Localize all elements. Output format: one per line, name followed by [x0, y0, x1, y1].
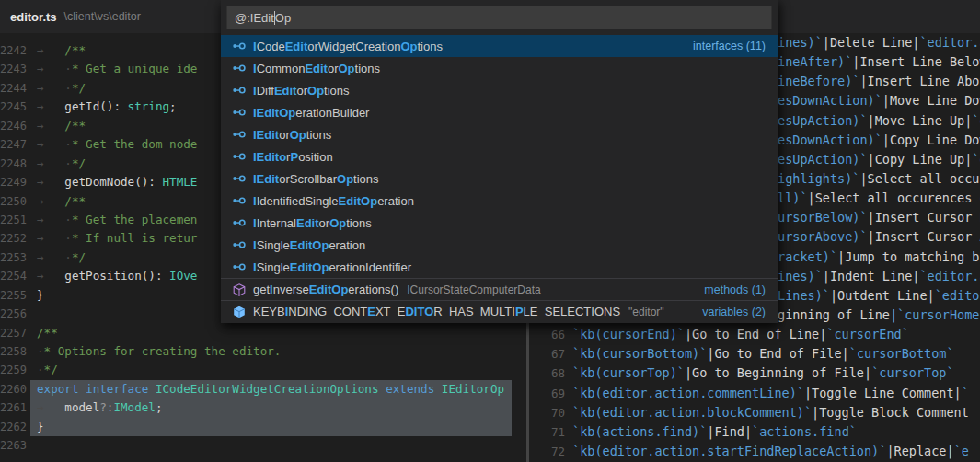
variable-icon	[232, 305, 247, 319]
symbol-label: IEditorOptions	[253, 128, 331, 142]
symbol-description: ICursorStateComputerData	[407, 283, 540, 296]
code-text: `kb(cursorBottom)`|Go to End of File|`cu…	[572, 344, 954, 364]
active-file-path: \client\vs\editor	[64, 10, 141, 23]
code-line[interactable]: 2257/**	[0, 324, 540, 342]
code-text: `kb(actions.find)`|Find|`actions.find`	[572, 422, 857, 442]
interface-icon	[232, 127, 247, 142]
code-text: `kb(cursorEnd)`|Go to End of Line|`curso…	[572, 325, 909, 344]
code-line[interactable]: 2262}	[0, 418, 540, 436]
vscode-window: editor.ts \client\vs\editor 2242→ /**224…	[0, 0, 980, 462]
line-number: 69	[540, 384, 565, 403]
symbol-result-row[interactable]: getInverseEditOperations()ICursorStateCo…	[221, 278, 778, 300]
code-text: → ·*/	[37, 248, 86, 267]
code-text: ·* Options for creating the editor.	[37, 342, 281, 361]
code-line[interactable]: 2258·* Options for creating the editor.	[0, 342, 540, 361]
interface-icon	[232, 149, 247, 164]
code-text: ineAfter)`|Insert Line Below	[778, 52, 980, 72]
code-text: → /**	[37, 41, 86, 60]
code-text: `kb(editor.action.commentLine)`|Toggle L…	[572, 384, 969, 403]
code-text: ginning of Line|`cursorHome`	[778, 306, 980, 325]
symbol-description: "editor"	[628, 306, 664, 318]
code-line[interactable]: 69`kb(editor.action.commentLine)`|Toggle…	[540, 384, 980, 403]
symbol-label: IEditorPosition	[253, 150, 333, 164]
symbol-result-row[interactable]: IInternalEditorOptions	[221, 212, 778, 234]
interface-icon	[232, 237, 247, 252]
line-number: 68	[540, 364, 565, 383]
code-line[interactable]: 71`kb(actions.find)`|Find|`actions.find`	[540, 422, 980, 442]
code-text: esUpAction)`|Move Line Up|`e	[778, 111, 980, 131]
symbol-result-row[interactable]: IEditOperationBuilder	[221, 101, 778, 123]
code-line[interactable]: 66`kb(cursorEnd)`|Go to End of Line|`cur…	[540, 325, 980, 344]
code-text: ighlights)`|Select all occur	[778, 169, 980, 189]
code-text: }	[37, 286, 44, 305]
interface-icon	[232, 193, 247, 208]
code-line[interactable]: 2260export interface ICodeEditorWidgetCr…	[0, 380, 540, 398]
code-text: → getId(): string;	[37, 98, 177, 116]
line-number: 2248	[0, 155, 37, 173]
line-number: 2254	[0, 267, 37, 285]
symbol-label: ICommonEditorOptions	[253, 62, 380, 75]
line-number: 2247	[0, 135, 37, 154]
symbol-result-row[interactable]: IEditorOptions	[221, 123, 778, 145]
line-number: 2244	[0, 79, 37, 98]
symbol-label: IIdentifiedSingleEditOperation	[253, 194, 414, 208]
symbol-result-row[interactable]: IEditorPosition	[221, 145, 778, 167]
line-number: 72	[540, 442, 565, 461]
symbol-label: IDiffEditorOptions	[253, 84, 350, 98]
line-number: 2263	[0, 436, 37, 455]
code-text: → ·* Get the dom node	[37, 135, 197, 154]
symbol-result-row[interactable]: IEditorScrollbarOptions	[221, 167, 778, 190]
code-line[interactable]: 2263	[0, 436, 540, 455]
symbol-result-row[interactable]: ISingleEditOperation	[221, 234, 778, 256]
symbol-label: ISingleEditOperationIdentifier	[253, 260, 411, 274]
quick-open-input[interactable]: @:IEditOp	[226, 6, 772, 29]
code-line[interactable]: 68`kb(cursorTop)`|Go to Beginning of Fil…	[540, 364, 980, 383]
code-line[interactable]: 70`kb(editor.action.blockComment)`|Toggl…	[540, 403, 980, 422]
code-text: → ·*/	[37, 79, 86, 98]
line-number: 2249	[0, 173, 37, 191]
line-number: 2253	[0, 248, 37, 267]
code-text: → /**	[37, 192, 86, 211]
query-text-before-cursor: @:IEdit	[235, 11, 274, 25]
result-group-label: methods (1)	[704, 283, 766, 296]
line-number: 2256	[0, 305, 37, 323]
line-number: 2259	[0, 361, 37, 379]
interface-icon	[232, 61, 247, 75]
code-text: → /**	[37, 117, 86, 135]
code-line[interactable]: 72`kb(editor.action.startFindReplaceActi…	[540, 442, 980, 461]
symbol-result-list: ICodeEditorWidgetCreationOptionsinterfac…	[221, 35, 778, 322]
code-line[interactable]: 67`kb(cursorBottom)`|Go to End of File|`…	[540, 344, 980, 364]
interface-icon	[232, 105, 247, 120]
symbol-result-row[interactable]: ISingleEditOperationIdentifier	[221, 256, 778, 278]
code-text: ines)`|Delete Line|`editor.a	[778, 33, 980, 52]
symbol-result-row[interactable]: IIdentifiedSingleEditOperation	[221, 190, 778, 212]
code-text: ll)`|Select all occurences o	[778, 189, 980, 208]
line-number: 2242	[0, 41, 37, 60]
line-number: 2255	[0, 286, 37, 305]
symbol-label: getInverseEditOperations()	[253, 283, 398, 296]
line-number: 2258	[0, 342, 37, 361]
code-line[interactable]: 2259·*/	[0, 361, 540, 379]
line-number: 2243	[0, 60, 37, 78]
symbol-label: IEditOperationBuilder	[253, 106, 369, 120]
symbol-result-row[interactable]: IDiffEditorOptions	[221, 79, 778, 101]
code-text: `kb(cursorTop)`|Go to Beginning of File|…	[572, 364, 954, 383]
code-text: esDownAction)`|Copy Line Dow	[778, 131, 980, 150]
code-text: esDownAction)`|Move Line Dow	[778, 91, 980, 110]
code-line[interactable]: 2261→ model?:IModel;	[0, 398, 540, 417]
interface-icon	[232, 39, 247, 53]
symbol-result-row[interactable]: KEYBINDING_CONTEXT_EDITOR_HAS_MULTIPLE_S…	[221, 300, 778, 322]
code-text: `kb(editor.action.blockComment)`|Toggle …	[572, 403, 969, 422]
symbol-result-row[interactable]: ICommonEditorOptions	[221, 57, 778, 79]
symbol-label: ISingleEditOperation	[253, 238, 365, 252]
symbol-result-row[interactable]: ICodeEditorWidgetCreationOptionsinterfac…	[221, 35, 778, 57]
code-text: esUpAction)`|Copy Line Up|`e	[778, 150, 980, 169]
code-text: → ·* Get the placemen	[37, 211, 197, 229]
line-number: 67	[540, 344, 565, 364]
code-text: ineBefore)`|Insert Line Abov	[778, 72, 980, 91]
line-number: 2250	[0, 192, 37, 211]
line-number: 66	[540, 325, 565, 344]
code-text: → model?:IModel;	[30, 398, 512, 417]
quick-open-widget: @:IEditOp ICodeEditorWidgetCreationOptio…	[221, 0, 778, 323]
code-text: ursorAbove)`|Insert Cursor A	[778, 227, 980, 247]
